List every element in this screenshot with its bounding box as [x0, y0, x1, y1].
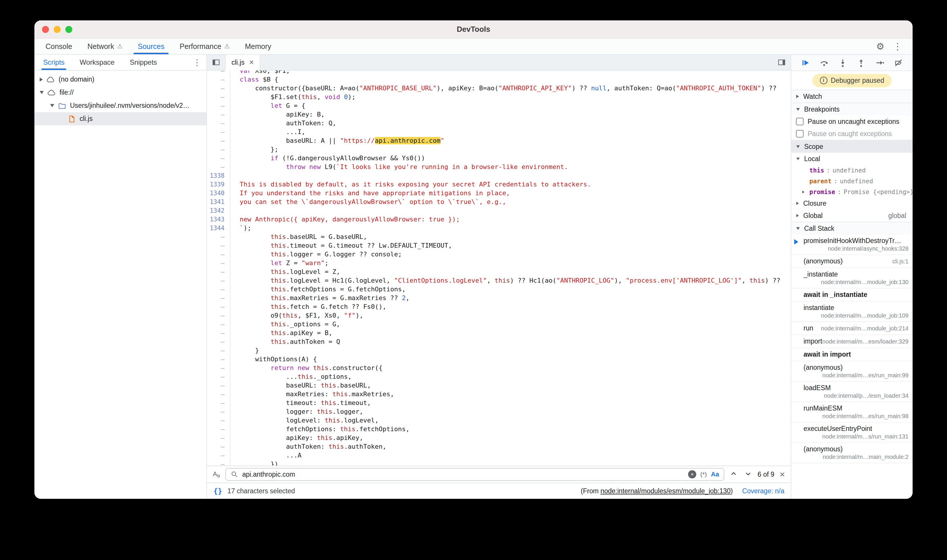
line-number[interactable]: 1341	[207, 197, 230, 206]
line-number[interactable]: –	[207, 268, 230, 276]
deactivate-breakpoints-icon[interactable]	[894, 58, 903, 67]
line-number[interactable]: –	[207, 259, 230, 268]
call-stack-frame-anonymous[interactable]: (anonymous)cli.js:1	[791, 255, 913, 268]
tree-item-file[interactable]: file://	[34, 86, 207, 99]
breakpoint-option-pause-on-caught-exceptions[interactable]: Pause on caught exceptions	[791, 128, 913, 140]
line-number[interactable]: –	[207, 241, 230, 250]
watch-section-header[interactable]: Watch	[791, 90, 913, 103]
line-number[interactable]: –	[207, 460, 230, 466]
navigator-toggle-icon[interactable]	[207, 55, 225, 70]
previous-match-icon[interactable]	[730, 470, 738, 479]
line-number[interactable]: –	[207, 451, 230, 460]
line-number[interactable]: 1339	[207, 180, 230, 189]
call-stack-section-header[interactable]: Call Stack	[791, 222, 913, 235]
next-match-icon[interactable]	[744, 470, 752, 479]
minimize-window-button[interactable]	[54, 26, 61, 33]
search-input[interactable]	[242, 471, 684, 478]
settings-gear-icon[interactable]: ⚙	[876, 42, 884, 51]
line-number[interactable]: –	[207, 372, 230, 381]
line-number[interactable]: 1338	[207, 171, 230, 180]
checkbox[interactable]	[796, 130, 804, 137]
call-stack-frame-anonymous[interactable]: (anonymous)node:internal/m…es/run_main:9…	[791, 361, 913, 382]
call-stack-frame-executeuserentrypoint[interactable]: executeUserEntryPointnode:internal/m…s/r…	[791, 423, 913, 443]
coverage-link[interactable]: Coverage: n/a	[742, 487, 784, 495]
line-number[interactable]: –	[207, 381, 230, 390]
line-number[interactable]: –	[207, 145, 230, 154]
line-number[interactable]: –	[207, 442, 230, 451]
disclosure-icon[interactable]	[50, 104, 54, 107]
close-window-button[interactable]	[42, 26, 49, 33]
call-stack-frame-run[interactable]: runnode:internal/m…module_job:214	[791, 322, 913, 335]
step-over-icon[interactable]	[820, 58, 828, 67]
source-origin-link[interactable]: node:internal/modules/esm/module_job:130	[601, 487, 731, 495]
line-number[interactable]: –	[207, 398, 230, 407]
step-out-icon[interactable]	[857, 58, 866, 67]
tab-performance[interactable]: Performance⚠	[172, 38, 238, 54]
window-titlebar[interactable]: DevTools	[34, 20, 913, 38]
line-number[interactable]: –	[207, 128, 230, 136]
search-mode-icon[interactable]: AB	[213, 470, 220, 478]
navigator-more-tabs-icon[interactable]: ⋮	[193, 58, 207, 67]
line-number[interactable]: –	[207, 355, 230, 364]
editor-tab-clijs[interactable]: cli.js ×	[225, 55, 261, 71]
close-icon[interactable]: ×	[249, 58, 254, 66]
step-into-icon[interactable]	[838, 58, 847, 67]
call-stack-frame-instantiate[interactable]: instantiatenode:internal/m…module_job:10…	[791, 302, 913, 322]
line-number[interactable]: 1340	[207, 189, 230, 197]
line-number[interactable]: –	[207, 346, 230, 355]
tree-item-users-jinhuilee-nvm-versions-node-v2[interactable]: Users/jinhuilee/.nvm/versions/node/v2…	[34, 99, 207, 112]
line-number[interactable]: –	[207, 337, 230, 346]
scope-local-header[interactable]: Local	[791, 153, 913, 165]
line-number[interactable]: –	[207, 434, 230, 442]
line-number[interactable]: –	[207, 232, 230, 241]
scope-variable-parent[interactable]: parent: undefined	[791, 176, 913, 186]
call-stack-frame-instantiate[interactable]: _instantiatenode:internal/m…module_job:1…	[791, 268, 913, 288]
line-number[interactable]: –	[207, 364, 230, 372]
line-number[interactable]: –	[207, 302, 230, 311]
line-number[interactable]: –	[207, 390, 230, 398]
breakpoints-section-header[interactable]: Breakpoints	[791, 103, 913, 115]
close-search-icon[interactable]: ×	[780, 470, 785, 479]
step-icon[interactable]	[875, 58, 884, 67]
call-stack-frame-anonymous[interactable]: (anonymous)node:internal/m…main_module:2	[791, 443, 913, 463]
call-stack-frame-promiseinithookwithdestroytr[interactable]: promiseInitHookWithDestroyTr…node:intern…	[791, 235, 913, 255]
resume-icon[interactable]	[801, 58, 810, 67]
call-stack-frame-await-in-instantiate[interactable]: await in _instantiate	[791, 288, 913, 302]
scope-variable-promise[interactable]: promise: Promise {<pending>}	[791, 186, 913, 197]
tab-sources[interactable]: Sources	[130, 38, 172, 54]
disclosure-icon[interactable]	[40, 91, 44, 94]
line-number[interactable]: –	[207, 119, 230, 128]
line-number[interactable]: –	[207, 163, 230, 171]
line-number[interactable]: –	[207, 416, 230, 425]
pretty-print-icon[interactable]: {}	[213, 487, 222, 495]
tree-item-cli-js[interactable]: cli.js	[34, 112, 207, 125]
line-number[interactable]: 1344	[207, 224, 230, 232]
disclosure-icon[interactable]	[40, 77, 43, 82]
line-number[interactable]: –	[207, 136, 230, 145]
scope-global-header[interactable]: Global global	[791, 209, 913, 222]
call-stack-frame-runmainesm[interactable]: runMainESMnode:internal/m…es/run_main:98	[791, 402, 913, 423]
call-stack-frame-await-in-import[interactable]: await in import	[791, 348, 913, 361]
match-case-toggle[interactable]: Aa	[711, 471, 719, 478]
call-stack-frame-import[interactable]: importnode:internal/m…esm/loader:329	[791, 335, 913, 348]
regex-toggle[interactable]: (*)	[700, 471, 707, 478]
call-stack-frame-loadesm[interactable]: loadESMnode:internal/p…/esm_loader:34	[791, 382, 913, 402]
clear-search-icon[interactable]: ×	[688, 470, 696, 478]
scope-section-header[interactable]: Scope	[791, 140, 913, 153]
line-number[interactable]: –	[207, 329, 230, 337]
line-number[interactable]: 1343	[207, 215, 230, 224]
line-number[interactable]: –	[207, 84, 230, 93]
line-number[interactable]: –	[207, 110, 230, 119]
line-number[interactable]: 1342	[207, 206, 230, 215]
line-number[interactable]: –	[207, 425, 230, 434]
line-number[interactable]: –	[207, 407, 230, 416]
tab-network[interactable]: Network⚠	[80, 38, 130, 54]
navigator-tab-scripts[interactable]: Scripts	[43, 55, 65, 70]
tree-item-no-domain[interactable]: (no domain)	[34, 73, 207, 86]
line-number[interactable]: –	[207, 320, 230, 329]
line-number[interactable]: –	[207, 285, 230, 294]
debugger-panel-toggle-icon[interactable]	[777, 55, 791, 70]
line-number[interactable]: –	[207, 102, 230, 110]
search-box[interactable]: × (*) Aa	[225, 468, 725, 481]
tab-memory[interactable]: Memory	[238, 38, 279, 54]
